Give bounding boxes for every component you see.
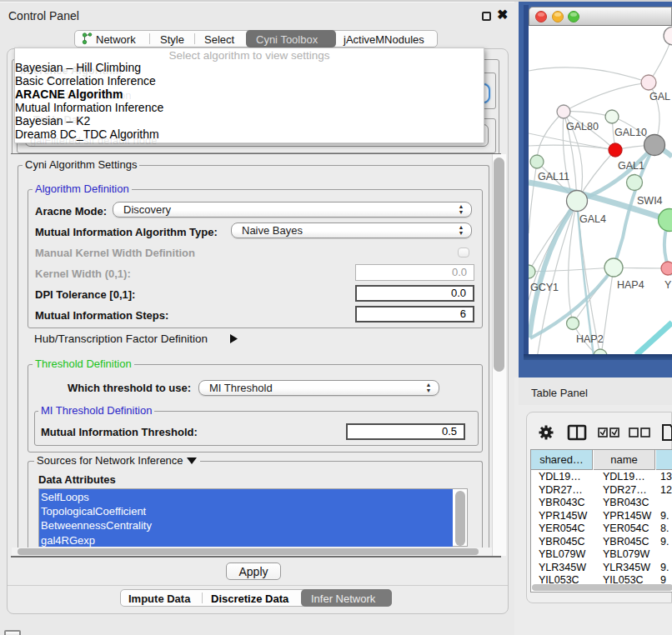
svg-text:GAL1: GAL1 [618, 160, 644, 172]
svg-text:Y: Y [664, 279, 672, 291]
svg-text:GAL4: GAL4 [579, 213, 606, 225]
svg-text:GAL10: GAL10 [614, 127, 647, 138]
svg-text:GAL11: GAL11 [538, 171, 569, 182]
svg-text:HAP4: HAP4 [617, 279, 644, 291]
svg-text:GAL80: GAL80 [566, 121, 599, 132]
svg-text:GCY1: GCY1 [530, 282, 559, 293]
svg-text:SWI4: SWI4 [637, 195, 663, 207]
svg-text:GAL: GAL [649, 91, 670, 102]
svg-text:HAP2: HAP2 [576, 333, 604, 345]
